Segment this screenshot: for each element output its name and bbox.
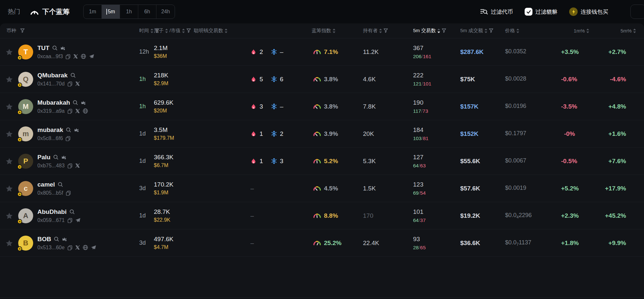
x-twitter-icon[interactable] xyxy=(75,245,80,250)
table-row[interactable]: c ◆ camel 0x805...b5f xyxy=(0,175,644,202)
sort-icon[interactable] xyxy=(484,28,488,33)
token-avatar[interactable]: c ◆ xyxy=(18,181,33,196)
token-avatar[interactable]: T ◆ xyxy=(18,45,33,59)
filter-honeypot-toggle[interactable]: 过滤貔貅 xyxy=(525,8,557,16)
favorite-star-icon[interactable] xyxy=(6,212,13,219)
filter-funnel-icon[interactable] xyxy=(20,28,25,33)
timeframe-1m[interactable]: 1m xyxy=(84,5,102,19)
x-twitter-icon[interactable] xyxy=(73,54,78,59)
col-header-time[interactable]: 时间 xyxy=(137,28,152,34)
sort-icon[interactable] xyxy=(379,28,382,33)
token-avatar[interactable]: m ◆ xyxy=(18,126,33,141)
table-row[interactable]: T ◆ TUT 0xcaa...9f3 xyxy=(0,38,644,66)
table-row[interactable]: m ◆ mubarak 0x5c8...6f6 xyxy=(0,120,644,148)
col-header-volume[interactable]: 5m 成交额 xyxy=(457,28,503,34)
sort-icon[interactable] xyxy=(182,28,185,33)
x-twitter-icon[interactable] xyxy=(75,109,80,113)
timeframe-5m[interactable]: 5m xyxy=(102,5,120,19)
timeframe-24h[interactable]: 24h xyxy=(156,5,175,19)
col-header-5m-change[interactable]: 5m% xyxy=(592,28,644,33)
table-row[interactable]: M ◆ Mubarakah 0x319...a9a xyxy=(0,93,644,120)
filter-funnel-icon[interactable] xyxy=(442,28,446,33)
copy-icon[interactable] xyxy=(66,190,71,196)
telegram-icon[interactable] xyxy=(91,245,96,250)
favorite-star-icon[interactable] xyxy=(6,76,13,83)
copy-icon[interactable] xyxy=(67,218,73,223)
globe-website-icon[interactable] xyxy=(83,245,88,250)
token-avatar[interactable]: M ◆ xyxy=(18,99,33,114)
favorite-star-icon[interactable] xyxy=(6,130,13,137)
telegram-icon[interactable] xyxy=(75,218,81,223)
x-twitter-icon[interactable] xyxy=(75,81,80,86)
search-icon[interactable] xyxy=(69,209,75,214)
sort-icon[interactable] xyxy=(516,28,519,33)
col-header-txns-active[interactable]: 5m 交易数 xyxy=(410,28,457,34)
filter-funnel-icon[interactable] xyxy=(489,28,493,33)
token-name: Palu xyxy=(37,154,50,161)
copy-icon[interactable] xyxy=(65,136,71,141)
sort-icon[interactable] xyxy=(332,28,336,33)
x-twitter-icon[interactable] xyxy=(75,163,80,168)
table-row[interactable]: B ◆ BOB 0x513...60e xyxy=(0,229,644,257)
search-icon[interactable] xyxy=(66,127,71,133)
token-avatar[interactable]: P ◆ xyxy=(18,154,33,169)
favorite-star-icon[interactable] xyxy=(6,48,13,56)
bluechip-gauge-icon xyxy=(313,76,321,82)
sort-icon[interactable] xyxy=(633,28,636,33)
filter-funnel-icon[interactable] xyxy=(186,28,191,33)
sort-icon[interactable] xyxy=(165,28,168,33)
search-icon[interactable] xyxy=(58,182,63,187)
table-row[interactable]: Q ◆ QMubarak 0x141...70d xyxy=(0,66,644,93)
col-header-token[interactable]: 币种 xyxy=(0,28,137,34)
col-header-holders[interactable]: 持有者 xyxy=(360,28,410,34)
gauge-logo-icon xyxy=(30,8,39,15)
col-header-price[interactable]: 价格 xyxy=(503,28,561,34)
col-header-pool-mcap[interactable]: 池子 /市值 xyxy=(152,28,192,34)
filter-funnel-icon[interactable] xyxy=(383,28,388,33)
chain-badge-icon: ◆ xyxy=(17,219,22,224)
copy-icon[interactable] xyxy=(67,245,73,250)
token-price: $0.1797 xyxy=(503,130,561,137)
search-icon[interactable] xyxy=(53,154,59,160)
search-icon[interactable] xyxy=(70,72,76,78)
timeframe-1h[interactable]: 1h xyxy=(120,5,138,19)
checkbox-checked-icon[interactable] xyxy=(525,8,532,16)
col-header-bluechip[interactable]: 蓝筹指数 xyxy=(309,28,360,34)
copy-icon[interactable] xyxy=(67,109,73,114)
sort-icon[interactable] xyxy=(586,28,589,33)
tab-hot[interactable]: 热门 xyxy=(8,7,20,16)
copy-icon[interactable] xyxy=(67,81,73,86)
col-header-smart-money[interactable]: 聪明钱交易数 xyxy=(192,28,309,34)
token-age: 1h xyxy=(137,76,152,83)
favorite-star-icon[interactable] xyxy=(6,240,13,247)
token-price: $0.042296 xyxy=(503,212,561,219)
change-5m: +2.7% xyxy=(592,48,644,56)
bluechip-gauge-icon xyxy=(313,186,321,191)
sort-icon-active-desc[interactable] xyxy=(437,28,440,33)
token-name: mubarak xyxy=(37,126,63,134)
search-icon[interactable] xyxy=(52,45,58,51)
search-icon[interactable] xyxy=(73,100,78,105)
filter-tokens-button[interactable]: 过滤代币 xyxy=(480,8,513,16)
globe-website-icon[interactable] xyxy=(83,108,88,114)
favorite-star-icon[interactable] xyxy=(6,185,13,192)
token-avatar[interactable]: A ◆ xyxy=(18,208,33,223)
telegram-icon[interactable] xyxy=(89,54,94,59)
table-row[interactable]: P ◆ Palu 0xb75...483 xyxy=(0,148,644,175)
connect-wallet-button[interactable]: 连接钱包买 xyxy=(569,7,608,16)
globe-website-icon[interactable] xyxy=(81,54,86,59)
token-avatar[interactable]: Q ◆ xyxy=(18,72,33,87)
copy-icon[interactable] xyxy=(65,54,71,59)
copy-icon[interactable] xyxy=(67,163,73,168)
chain-badge-icon: ◆ xyxy=(17,137,22,142)
timeframe-6h[interactable]: 6h xyxy=(138,5,156,19)
col-header-1m-change[interactable]: 1m% xyxy=(561,28,592,33)
table-row[interactable]: A ◆ AbuDhabi 0x059...671 xyxy=(0,202,644,229)
token-avatar[interactable]: B ◆ xyxy=(18,236,33,251)
favorite-star-icon[interactable] xyxy=(6,158,13,165)
search-icon[interactable] xyxy=(54,236,59,242)
partial-edge-button[interactable] xyxy=(630,5,644,19)
timeframe-group: 1m 5m 1h 6h 24h xyxy=(83,5,175,19)
sort-icon[interactable] xyxy=(224,28,228,33)
favorite-star-icon[interactable] xyxy=(6,103,13,110)
